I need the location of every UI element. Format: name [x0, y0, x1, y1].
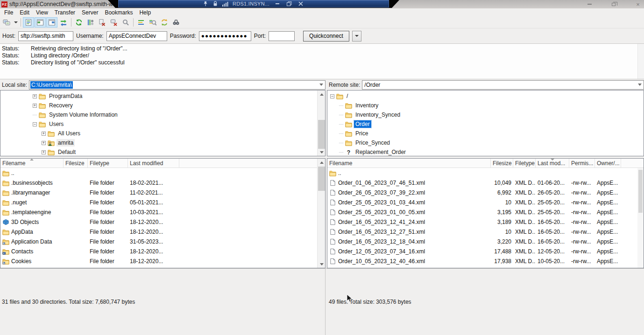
file-row-item[interactable]: ..	[327, 168, 644, 178]
host-input[interactable]	[18, 31, 73, 41]
scrollbar-thumb[interactable]	[638, 170, 643, 213]
refresh-button[interactable]	[73, 17, 85, 28]
expand-icon[interactable]: +	[42, 141, 46, 145]
password-input[interactable]	[199, 31, 251, 41]
collapse-icon[interactable]: −	[33, 122, 37, 126]
menu-edit[interactable]: Edit	[16, 9, 33, 16]
file-row-order-10-05-2023-12-40-46-xml[interactable]: Order_10_05_2023_12_40_46.xml17,938XML D…	[327, 256, 644, 266]
disconnect-button[interactable]	[108, 17, 120, 28]
collapse-icon[interactable]: −	[330, 94, 334, 98]
chevron-down-icon[interactable]	[319, 84, 323, 86]
scroll-up-icon[interactable]	[318, 91, 326, 98]
log-scrollbar[interactable]	[637, 44, 644, 79]
directory-listing-filter-button[interactable]	[135, 17, 147, 28]
file-row-application-data[interactable]: Application DataFile folder31-05-2023...	[0, 237, 325, 246]
tree-item-inventory-synced[interactable]: Inventory_Synced	[327, 110, 644, 119]
file-row-templateengine[interactable]: .templateengineFile folder10-03-2021...	[0, 207, 325, 217]
tree-item-all-users[interactable]: +All Users	[0, 129, 325, 138]
file-row-cookies[interactable]: CookiesFile folder18-12-2020...	[0, 256, 325, 266]
tree-item-system-volume-information[interactable]: System Volume Information	[0, 110, 325, 119]
menu-transfer[interactable]: Transfer	[51, 9, 78, 16]
tree-item-recovery[interactable]: +Recovery	[0, 101, 325, 110]
column-header-filetype[interactable]: Filetype	[88, 159, 128, 168]
expand-icon[interactable]: +	[33, 104, 37, 108]
tree-item-default[interactable]: +Default	[0, 147, 325, 156]
chevron-down-icon[interactable]	[638, 84, 642, 86]
site-manager-dropdown[interactable]	[13, 17, 19, 28]
cancel-operation-button[interactable]	[97, 17, 108, 28]
local-list-scrollbar[interactable]	[317, 159, 325, 268]
file-row-order-16-05-2023-12-27-51-xml[interactable]: Order_16_05_2023_12_27_51.xml10XML D...1…	[327, 227, 644, 237]
tree-item-replacement-order[interactable]: ?Replacement_Order	[327, 147, 644, 156]
menu-server[interactable]: Server	[78, 9, 101, 16]
toggle-message-log-button[interactable]	[23, 17, 34, 28]
column-header-permis[interactable]: Permis...	[569, 159, 595, 168]
scrollbar-thumb[interactable]	[318, 167, 325, 191]
site-manager-button[interactable]	[1, 17, 12, 28]
menu-file[interactable]: File	[1, 9, 16, 16]
toggle-local-tree-button[interactable]	[35, 17, 46, 28]
column-header-last-modified[interactable]: Last modified	[128, 159, 179, 168]
menu-help[interactable]: Help	[136, 9, 154, 16]
file-row-3d-objects[interactable]: 3D ObjectsFile folder18-12-2020...	[0, 217, 325, 227]
file-row-order-12-05-2023-07-34-16-xml[interactable]: Order_12_05_2023_07_34_16.xml17,488XML D…	[327, 246, 644, 256]
tree-item-price-synced[interactable]: Price_Synced	[327, 138, 644, 147]
column-header-filesize[interactable]: Filesize	[64, 159, 88, 168]
scroll-up-icon[interactable]	[318, 159, 326, 166]
restore-button[interactable]	[610, 1, 617, 7]
quickconnect-button[interactable]: Quickconnect	[303, 31, 349, 42]
tree-item-inventory[interactable]: Inventory	[327, 101, 644, 110]
tree-item-item[interactable]: −/	[327, 91, 644, 101]
rds-close-button[interactable]	[297, 1, 304, 7]
column-header-filetype[interactable]: Filetype	[513, 159, 536, 168]
file-row-librarymanager[interactable]: .librarymanagerFile folder11-02-2021...	[0, 188, 325, 197]
close-button[interactable]: ×	[635, 1, 641, 7]
local-tree-scrollbar[interactable]	[317, 91, 325, 156]
process-queue-button[interactable]	[85, 17, 96, 28]
minimize-button[interactable]	[586, 1, 593, 7]
column-header-filename[interactable]: Filename	[0, 159, 64, 168]
scrollbar-thumb[interactable]	[318, 120, 325, 149]
tree-item-order[interactable]: Order	[327, 119, 644, 129]
remote-list-scrollbar[interactable]	[637, 168, 644, 268]
expand-icon[interactable]: +	[42, 132, 46, 136]
directory-comparison-button[interactable]	[147, 17, 158, 28]
file-row-order-26-05-2023-07-39-22-xml[interactable]: Order_26_05_2023_07_39_22.xml6,992XML D.…	[327, 188, 644, 197]
column-header-owner[interactable]: Owner/...	[595, 159, 621, 168]
expand-icon[interactable]: +	[42, 150, 46, 154]
tree-item-users[interactable]: −Users	[0, 119, 325, 129]
scroll-down-icon[interactable]	[318, 148, 326, 156]
file-row-order-01-06-2023-07-46-51-xml[interactable]: Order_01_06_2023_07_46_51.xml10,049XML D…	[327, 178, 644, 188]
file-row-appdata[interactable]: AppDataFile folder18-12-2020...	[0, 227, 325, 237]
tree-item-amrita[interactable]: +amrita	[0, 138, 325, 147]
local-site-combobox[interactable]: C:\Users\amrita\	[29, 80, 326, 90]
pin-icon[interactable]	[203, 1, 208, 7]
column-header-filesize[interactable]: Filesize	[491, 159, 513, 168]
file-row-item[interactable]: ..	[0, 168, 325, 178]
toggle-remote-tree-button[interactable]	[46, 17, 57, 28]
remote-site-combobox[interactable]: /Order	[362, 80, 644, 90]
quickconnect-dropdown[interactable]	[352, 31, 361, 42]
menu-bookmarks[interactable]: Bookmarks	[101, 9, 136, 16]
file-row-businessobjects[interactable]: .businessobjectsFile folder18-02-2021...	[0, 178, 325, 188]
column-header-filename[interactable]: Filename	[327, 159, 491, 168]
menu-view[interactable]: View	[33, 9, 51, 16]
rds-minimize-button[interactable]	[274, 1, 281, 7]
toggle-transfer-queue-button[interactable]	[58, 17, 69, 28]
column-header-last-mod[interactable]: Last mod...	[536, 159, 569, 168]
rds-restore-button[interactable]	[285, 1, 293, 7]
expand-icon[interactable]: +	[33, 94, 37, 98]
tree-item-price[interactable]: Price	[327, 129, 644, 138]
username-input[interactable]	[106, 31, 167, 41]
tree-item-programdata[interactable]: +ProgramData	[0, 91, 325, 101]
file-row-order-25-05-2023-01-03-44-xml[interactable]: Order_25_05_2023_01_03_44.xml10XML D...2…	[327, 197, 644, 207]
find-files-button[interactable]	[170, 17, 182, 28]
file-row-nuget[interactable]: .nugetFile folder05-01-2021...	[0, 197, 325, 207]
file-row-contacts[interactable]: ContactsFile folder18-12-2020...	[0, 246, 325, 256]
file-row-order-16-05-2023-12-18-04-xml[interactable]: Order_16_05_2023_12_18_04.xml3,220XML D.…	[327, 237, 644, 246]
file-row-order-25-05-2023-01-00-05-xml[interactable]: Order_25_05_2023_01_00_05.xml3,195XML D.…	[327, 207, 644, 217]
port-input[interactable]	[269, 31, 295, 41]
synchronized-browsing-button[interactable]	[159, 17, 170, 28]
file-row-order-16-05-2023-12-41-24-xml[interactable]: Order_16_05_2023_12_41_24.xml3,189XML D.…	[327, 217, 644, 227]
scroll-down-icon[interactable]	[318, 260, 326, 268]
